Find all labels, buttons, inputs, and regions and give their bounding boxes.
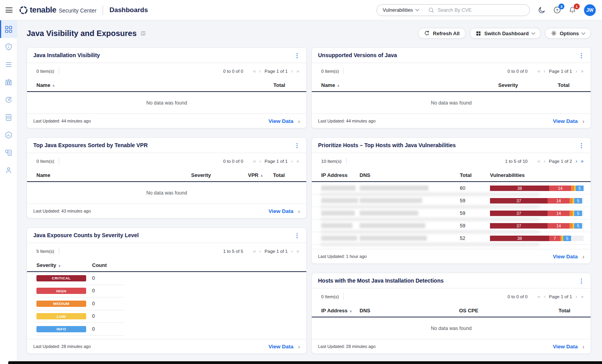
next-page-icon[interactable]: ›: [575, 159, 577, 164]
last-page-icon[interactable]: »: [581, 68, 584, 74]
bottom-window-edge: [8, 361, 602, 364]
next-page-icon[interactable]: ›: [291, 249, 293, 254]
redacted-ip: [321, 198, 358, 203]
severity-row[interactable]: HIGH 0: [36, 285, 124, 298]
prev-page-icon[interactable]: ‹: [259, 159, 261, 164]
card-menu-kebab-icon[interactable]: ⋮: [294, 142, 300, 148]
last-page-icon[interactable]: »: [581, 159, 584, 164]
notifications-badge: 1: [574, 4, 580, 9]
last-page-icon[interactable]: »: [296, 249, 299, 254]
first-page-icon[interactable]: «: [537, 294, 540, 299]
first-page-icon[interactable]: «: [537, 159, 540, 164]
next-page-icon[interactable]: ›: [291, 68, 293, 74]
column-header-total[interactable]: Total: [273, 82, 297, 88]
user-icon: [5, 166, 13, 174]
host-row[interactable]: 52 3875: [312, 232, 591, 245]
view-data-link[interactable]: View Data ›: [553, 254, 584, 259]
options-button[interactable]: Options: [545, 28, 591, 39]
sidebar-item-people[interactable]: [0, 73, 17, 91]
prev-page-icon[interactable]: ‹: [544, 159, 545, 164]
sidebar-item-shield-document[interactable]: [0, 144, 17, 161]
prev-page-icon[interactable]: ‹: [259, 249, 261, 254]
card-menu-kebab-icon[interactable]: ⋮: [294, 232, 300, 238]
severity-row[interactable]: INFO 0: [36, 323, 124, 336]
next-page-icon[interactable]: ›: [575, 294, 577, 299]
host-row[interactable]: 59 37145: [312, 207, 591, 220]
top-header: tenable Security Center Dashboards Vulne…: [0, 0, 602, 20]
view-data-link[interactable]: View Data ›: [268, 118, 300, 124]
left-sidebar: [0, 20, 17, 364]
severity-row[interactable]: LOW 0: [36, 310, 124, 323]
prev-page-icon[interactable]: ‹: [259, 68, 261, 74]
help-button[interactable]: ? 3: [553, 6, 561, 14]
refresh-all-button[interactable]: Refresh All: [418, 28, 466, 39]
host-row[interactable]: 60 38145: [312, 182, 591, 195]
last-page-icon[interactable]: »: [296, 159, 299, 164]
dark-mode-toggle[interactable]: [538, 6, 546, 14]
column-header-severity[interactable]: Severity∨: [36, 262, 92, 268]
pagination: 1 to 5 of 5 « ‹ Page 1 of 1 › »: [223, 249, 299, 254]
first-page-icon[interactable]: «: [253, 68, 256, 74]
card-menu-kebab-icon[interactable]: ⋮: [294, 52, 300, 58]
view-data-link[interactable]: View Data ›: [268, 208, 300, 214]
book-icon[interactable]: [140, 31, 146, 36]
search-input[interactable]: [437, 7, 528, 13]
column-header-name[interactable]: Name∧: [36, 82, 273, 88]
column-header-dns[interactable]: DNS: [360, 172, 460, 178]
hamburger-menu-icon[interactable]: [5, 7, 13, 13]
column-header-total[interactable]: Total: [558, 82, 581, 88]
column-header-total[interactable]: Total: [273, 172, 297, 178]
view-data-link[interactable]: View Data ›: [268, 344, 300, 350]
brand-product: Security Center: [59, 7, 96, 14]
prev-page-icon[interactable]: ‹: [544, 68, 545, 74]
sidebar-item-dashboards[interactable]: [0, 20, 17, 38]
user-avatar[interactable]: JW: [584, 4, 596, 16]
view-data-link[interactable]: View Data ›: [553, 344, 584, 350]
column-header-dns[interactable]: DNS: [360, 308, 459, 314]
card-menu-kebab-icon[interactable]: ⋮: [578, 142, 584, 148]
view-data-link[interactable]: View Data ›: [553, 118, 584, 124]
sidebar-item-user[interactable]: [0, 161, 17, 179]
last-page-icon[interactable]: »: [581, 294, 584, 299]
column-header-os-cpe[interactable]: OS CPE: [459, 308, 559, 314]
switch-dashboard-button[interactable]: Switch Dashboard: [470, 28, 541, 39]
first-page-icon[interactable]: «: [253, 159, 256, 164]
next-page-icon[interactable]: ›: [291, 159, 293, 164]
sidebar-item-shield-info[interactable]: [0, 38, 17, 56]
first-page-icon[interactable]: «: [537, 68, 540, 74]
shield-document-icon: [5, 149, 13, 157]
column-header-total[interactable]: Total: [559, 308, 582, 314]
column-header-name[interactable]: Name∧: [321, 82, 498, 88]
notifications-button[interactable]: 1: [569, 6, 576, 14]
sidebar-item-hexagon-chart[interactable]: [0, 126, 17, 144]
column-header-name[interactable]: Name: [36, 172, 191, 178]
page-label: Page 1 of 1: [265, 69, 288, 74]
search-scope-select[interactable]: Vulnerabilities: [377, 5, 423, 16]
prev-page-icon[interactable]: ‹: [544, 294, 545, 299]
next-page-icon[interactable]: ›: [575, 68, 577, 74]
column-header-vpr[interactable]: VPR∧: [248, 172, 273, 178]
column-header-severity[interactable]: Severity: [498, 82, 558, 88]
sidebar-item-scan[interactable]: [0, 91, 17, 108]
sidebar-item-list[interactable]: [0, 56, 17, 73]
severity-row[interactable]: CRITICAL 0: [36, 272, 124, 285]
column-header-ip-address[interactable]: IP Address: [321, 172, 360, 178]
host-row[interactable]: 59 37145: [312, 195, 591, 207]
column-header-total[interactable]: Total: [460, 172, 490, 178]
last-page-icon[interactable]: »: [296, 68, 299, 74]
items-count: 0 Item(s): [321, 69, 339, 74]
header-page-title: Dashboards: [109, 6, 148, 14]
severity-row[interactable]: MEDIUM 0: [36, 297, 124, 310]
host-row[interactable]: 59 37145: [312, 220, 591, 232]
svg-text:?: ?: [556, 8, 558, 12]
card-menu-kebab-icon[interactable]: ⋮: [578, 52, 584, 58]
column-header-ip-address[interactable]: IP Address∨: [321, 308, 360, 314]
sidebar-item-report[interactable]: [0, 108, 17, 126]
range-label: 1 to 5 of 10: [505, 159, 528, 164]
column-header-count[interactable]: Count: [92, 262, 297, 268]
column-header-severity[interactable]: Severity: [191, 172, 248, 178]
card-menu-kebab-icon[interactable]: ⋮: [578, 278, 584, 284]
first-page-icon[interactable]: «: [253, 249, 256, 254]
chevron-right-icon: ›: [582, 254, 584, 259]
column-header-vulnerabilities: Vulnerabilities: [490, 172, 581, 178]
